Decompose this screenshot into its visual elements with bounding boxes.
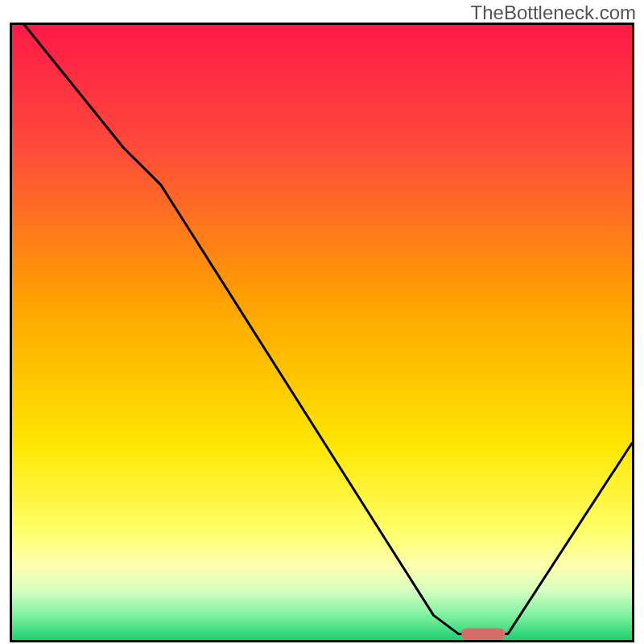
bottleneck-chart (10, 23, 634, 642)
optimal-marker (461, 628, 505, 639)
watermark-text: TheBottleneck.com (471, 2, 636, 24)
chart-container: TheBottleneck.com (0, 0, 644, 644)
gradient-fill (12, 25, 632, 640)
